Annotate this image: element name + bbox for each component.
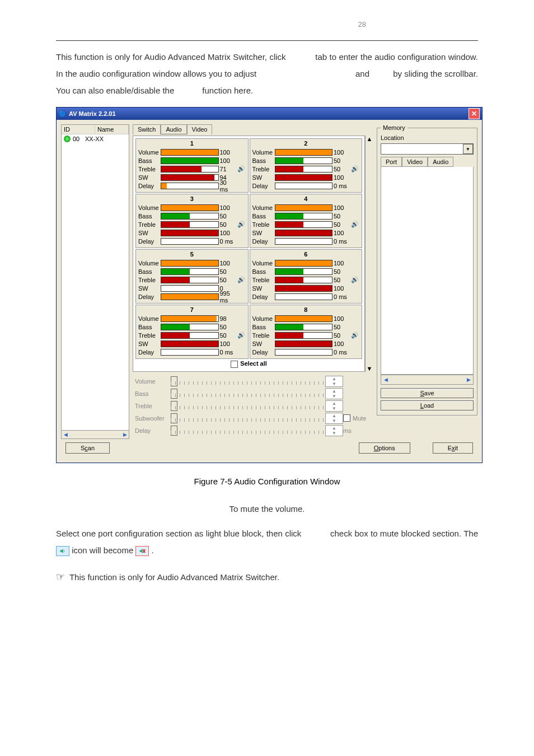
slider-treble[interactable] <box>171 401 325 411</box>
speaker-icon[interactable]: 🔊 <box>237 276 246 283</box>
channel-5[interactable]: 5 Volume100 Bass50 Treble50🔊 SW0 Delay99… <box>135 249 249 304</box>
slider-subwoofer[interactable] <box>171 413 325 423</box>
titlebar[interactable]: 🔵 AV Matrix 2.2.01 ✕ <box>57 108 482 120</box>
slider-treble-label: Treble <box>135 403 171 409</box>
subwoofer-spin[interactable]: ▲▼ <box>325 413 343 424</box>
channel-number: 5 <box>138 251 246 258</box>
status-dot-icon <box>64 136 71 142</box>
channel-number: 1 <box>138 140 246 147</box>
speaker-icon[interactable]: 🔊 <box>350 332 359 339</box>
device-name: XX-XX <box>85 136 104 142</box>
col-id: ID <box>62 125 95 134</box>
mem-scroll-right-icon[interactable]: ▶ <box>464 377 473 382</box>
exit-button[interactable]: Exit <box>433 442 473 454</box>
tab-switch[interactable]: Switch <box>133 124 161 134</box>
location-label: Location <box>381 134 404 141</box>
channel-number: 4 <box>252 195 360 202</box>
mute-checkbox[interactable] <box>343 414 350 422</box>
channel-6[interactable]: 6 Volume100 Bass50 Treble50🔊 SW100 Delay… <box>250 249 363 304</box>
mem-tab-audio[interactable]: Audio <box>428 157 453 167</box>
to-mute-text: To mute the volume. <box>56 501 478 517</box>
scan-button[interactable]: Scan <box>65 442 110 454</box>
speaker-icon[interactable]: 🔊 <box>237 332 246 339</box>
speaker-muted-icon <box>135 546 149 556</box>
channel-number: 6 <box>252 251 360 258</box>
options-button[interactable]: Options <box>359 442 410 454</box>
memory-list[interactable] <box>381 167 474 375</box>
channel-3[interactable]: 3 Volume100 Bass50 Treble50🔊 SW100 Delay… <box>135 194 249 248</box>
select-all-label: Select all <box>240 360 267 367</box>
mem-tab-port[interactable]: Port <box>381 157 402 167</box>
ms-label: ms <box>343 427 352 434</box>
intro-paragraph: This function is only for Audio Advanced… <box>56 49 478 99</box>
speaker-icon <box>56 546 69 556</box>
app-icon: 🔵 <box>59 110 67 118</box>
device-list[interactable]: ID Name 00 XX-XX ◀ ▶ <box>61 124 129 439</box>
slider-delay[interactable] <box>171 426 325 436</box>
mem-tab-video[interactable]: Video <box>402 157 428 167</box>
channel-7[interactable]: 7 Volume98 Bass50 Treble50🔊 SW100 Delay0… <box>135 305 249 359</box>
channel-number: 7 <box>138 306 246 313</box>
main-tabs: Switch Audio Video <box>133 124 373 134</box>
slider-treble-row: Treble ▲▼ <box>135 400 371 412</box>
footer-buttons: Scan Options Exit <box>61 439 477 458</box>
slider-volume-label: Volume <box>135 378 171 385</box>
figure-caption: Figure 7-5 Audio Configuration Window <box>56 477 478 486</box>
speaker-icon[interactable]: 🔊 <box>350 165 359 172</box>
note-paragraph: ☞ This function is only for Audio Advanc… <box>56 567 478 587</box>
pointing-hand-icon: ☞ <box>56 571 65 582</box>
tab-audio[interactable]: Audio <box>161 124 186 134</box>
bass-spin[interactable]: ▲▼ <box>325 388 343 399</box>
delay-spin[interactable]: ▲▼ <box>325 425 343 436</box>
slider-delay-row: Delay ▲▼ ms <box>135 424 371 437</box>
tab-video[interactable]: Video <box>187 124 213 134</box>
scroll-down-icon[interactable]: ▼ <box>367 365 373 372</box>
scroll-right-icon[interactable]: ▶ <box>121 432 129 437</box>
chevron-down-icon[interactable]: ▼ <box>463 144 473 154</box>
page-number: 28 <box>358 20 366 29</box>
header-rule: 28 <box>56 22 478 41</box>
device-list-hscroll[interactable]: ◀ ▶ <box>62 430 129 438</box>
channels-vscroll[interactable]: ▲ ▼ <box>365 136 373 372</box>
channel-number: 3 <box>138 195 246 202</box>
speaker-icon[interactable]: 🔊 <box>237 165 246 172</box>
channel-number: 2 <box>252 140 360 147</box>
close-button[interactable]: ✕ <box>469 108 480 119</box>
slider-subwoofer-label: Subwoofer <box>135 415 171 422</box>
memory-legend: Memory <box>381 124 407 131</box>
device-row[interactable]: 00 XX-XX <box>62 134 129 143</box>
slider-delay-label: Delay <box>135 427 171 434</box>
slider-volume[interactable] <box>171 376 325 386</box>
col-name: Name <box>95 125 129 134</box>
device-id: 00 <box>73 136 85 142</box>
speaker-icon[interactable]: 🔊 <box>237 221 246 228</box>
mute-label: Mute <box>353 415 366 422</box>
channel-number: 8 <box>252 306 360 313</box>
mem-scroll-left-icon[interactable]: ◀ <box>381 377 390 382</box>
mute-group: Mute <box>343 414 371 422</box>
memory-tabs: Port Video Audio <box>381 157 474 167</box>
global-sliders: Volume ▲▼ Bass ▲▼ Treble <box>133 374 373 438</box>
channel-4[interactable]: 4 Volume100 Bass50 Treble50🔊 SW100 Delay… <box>250 194 363 248</box>
scroll-left-icon[interactable]: ◀ <box>62 432 69 437</box>
channel-8[interactable]: 8 Volume100 Bass50 Treble50🔊 SW100 Delay… <box>250 305 363 359</box>
speaker-icon[interactable]: 🔊 <box>350 276 359 283</box>
select-all-checkbox[interactable] <box>231 361 238 368</box>
treble-spin[interactable]: ▲▼ <box>325 400 343 412</box>
slider-volume-row: Volume ▲▼ <box>135 375 371 388</box>
channel-1[interactable]: 1 Volume100 Bass100 Treble71🔊 SW94 Delay… <box>135 138 249 193</box>
location-dropdown[interactable]: ▼ <box>381 143 474 155</box>
memory-hscroll[interactable]: ◀ ▶ <box>381 375 474 385</box>
window-title: AV Matrix 2.2.01 <box>69 110 116 117</box>
slider-bass[interactable] <box>171 389 325 399</box>
channel-2[interactable]: 2 Volume100 Bass50 Treble50🔊 SW100 Delay… <box>250 138 363 193</box>
scroll-up-icon[interactable]: ▲ <box>367 136 373 142</box>
speaker-icon[interactable]: 🔊 <box>350 221 359 228</box>
slider-subwoofer-row: Subwoofer ▲▼ Mute <box>135 412 371 424</box>
volume-spin[interactable]: ▲▼ <box>325 376 343 387</box>
mute-paragraph: Select one port configuration section as… <box>56 525 478 559</box>
app-window: 🔵 AV Matrix 2.2.01 ✕ ID Name 00 XX-XX <box>56 107 483 463</box>
save-button[interactable]: Save <box>381 388 474 398</box>
load-button[interactable]: Load <box>381 400 474 410</box>
memory-group: Memory Location ▼ Port Video Audi <box>377 124 477 416</box>
